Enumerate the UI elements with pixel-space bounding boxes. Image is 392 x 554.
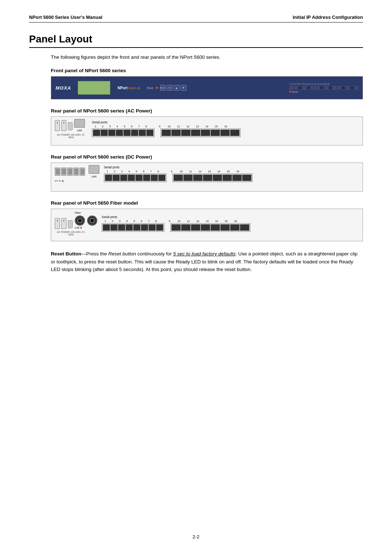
sp-port-12 [191, 130, 200, 136]
serial-nums-row-dc: 1 2 3 4 5 6 7 8 9 10 11 12 13 1 [104, 170, 253, 173]
reset-italic-underline: 5 sec to load factory defaults [173, 251, 236, 257]
fiber-port-2 [87, 216, 97, 226]
fiber-ports-section: Fiber Link [75, 211, 97, 229]
sp-group-1-8-ac [92, 128, 155, 137]
sp-port-6 [131, 130, 138, 136]
rear-dc-left: LAN V+ V- ⊕ [55, 165, 99, 182]
port-led-15 [350, 86, 354, 90]
sp-num-7: 7 [135, 125, 143, 128]
link-dot [80, 227, 82, 229]
page-number: 2-2 [193, 534, 200, 539]
power-fuse [68, 122, 73, 130]
port-led-11 [333, 86, 336, 90]
reset-continuously-text: continuously for [136, 251, 173, 257]
front-panel-device: MOXA NPort 5610-16 Reset Menu Ok ▲ ▼ [51, 77, 363, 99]
front-panel-label: Front panel of NPort 5600 series [51, 68, 363, 73]
reset-led [156, 87, 158, 89]
serial-port-numbers-fiber: Serial ports 1 2 3 4 5 6 7 8 9 10 11 [102, 215, 250, 232]
page-footer: 2-2 [0, 534, 392, 539]
link-label: Link [75, 226, 82, 229]
sp-num-2: 2 [99, 125, 106, 128]
rear-dc-label: Rear panel of NPort 5600 series (DC Powe… [51, 154, 363, 160]
serial-nums-row-ac: 1 2 3 4 5 6 7 8 9 10 11 12 13 1 [92, 125, 241, 128]
page-header: NPort 5600 Series User's Manual Initial … [29, 15, 363, 22]
nav-btn-up: ▲ [174, 85, 180, 91]
reset-button-paragraph: Reset Button—Press the Reset button cont… [51, 250, 363, 274]
rear-ac-label: Rear panel of NPort 5600 series (AC Powe… [51, 108, 363, 114]
lan-label-ac: LAN [77, 129, 82, 132]
sp-group-9-16-ac [160, 128, 241, 137]
fiber-pwr-btns: I I [55, 218, 73, 229]
rear-fiber-label: Rear panel of NPort 5650 Fiber model [51, 200, 363, 206]
port-led-6 [311, 86, 315, 90]
pwr-btns: I I LAN [55, 119, 85, 132]
sp-port-16 [230, 130, 240, 136]
sp-num-3: 3 [106, 125, 114, 128]
serial-ports-label-dc: Serial ports [104, 165, 253, 169]
sp-num-5: 5 [121, 125, 128, 128]
front-model-label: NPort 5610-16 [118, 86, 140, 90]
port-led-12 [337, 86, 341, 90]
fiber-pwr-fuse [68, 220, 73, 228]
front-panel-diagram: MOXA NPort 5610-16 Reset Menu Ok ▲ ▼ [51, 76, 363, 99]
nav-buttons: Menu Ok ▲ ▼ [160, 85, 187, 91]
intro-text: The following figures depict the front a… [51, 54, 363, 60]
sp-num-6: 6 [128, 125, 135, 128]
header-left: NPort 5600 Series User's Manual [29, 15, 102, 20]
serial-ports-fiber: Serial ports 1 2 3 4 5 6 7 8 9 10 11 [102, 215, 359, 232]
serial-ports-label-ac: Serial ports [92, 120, 241, 124]
port-led-4 [302, 86, 306, 90]
port-led-9 [324, 86, 328, 90]
port-led-1 [289, 86, 293, 90]
sp-num-1: 1 [92, 125, 99, 128]
power-label-ac: AC POWER 100-240V, 47-63Hz [55, 134, 87, 139]
dc-term-4 [73, 168, 79, 176]
sp-group-1-8-fiber [102, 223, 164, 232]
dc-term-2 [61, 168, 66, 176]
sp-port-1 [93, 130, 100, 136]
port-led-14 [346, 86, 350, 90]
sp-group-9-16-fiber [170, 223, 250, 232]
port-led-3 [298, 86, 302, 90]
front-port-leds [289, 86, 358, 90]
serial-ports-row-ac [92, 128, 241, 137]
nav-btn-menu: Menu [160, 85, 166, 91]
reset-label: Reset [147, 87, 153, 89]
port-led-13 [342, 86, 345, 90]
sp-port-13 [201, 130, 210, 136]
sp-group-1-8-dc [104, 173, 167, 182]
rear-ac-row: I I LAN AC POWER 100-240V, 47-63Hz Seria… [55, 119, 359, 139]
front-lcd-display [78, 81, 110, 95]
sp-num-11: 11 [174, 125, 183, 128]
port-led-16 [355, 86, 358, 90]
sp-port-11 [181, 130, 191, 136]
lan-section: LAN [74, 119, 85, 132]
rear-dc-diagram: LAN V+ V- ⊕ Serial ports 1 2 3 4 5 6 [51, 163, 363, 192]
dc-label: V+ V- ⊕ [55, 180, 64, 182]
nport-brand: NPort [118, 86, 127, 90]
port-led-5 [307, 86, 310, 90]
reset-press-text: Press the [86, 251, 109, 257]
serial-nums-row-fiber: 1 2 3 4 5 6 7 8 9 10 11 12 13 1 [102, 220, 250, 222]
dc-term-1 [55, 168, 60, 176]
port-led-7 [315, 86, 319, 90]
dc-term-3 [67, 168, 73, 176]
sp-num-8: 8 [143, 125, 150, 128]
port-led-8 [320, 86, 323, 90]
rear-dc-row: LAN V+ V- ⊕ Serial ports 1 2 3 4 5 6 [55, 165, 359, 182]
reset-button-section: Reset Button—Press the Reset button cont… [51, 250, 363, 274]
power-switch-1: I [55, 120, 60, 131]
sp-port-15 [220, 130, 230, 136]
lan-port-dc [89, 165, 99, 174]
rear-ac-left: I I LAN AC POWER 100-240V, 47-63Hz [55, 119, 87, 139]
serial-ports-ac: Serial ports 1 2 3 4 5 6 7 8 9 10 11 [92, 120, 359, 137]
reset-bold-intro: Reset Button [51, 251, 81, 257]
fiber-label: Fiber [75, 211, 81, 214]
sp-num-10: 10 [164, 125, 174, 128]
serial-ports-row-fiber [102, 223, 250, 232]
page: NPort 5600 Series User's Manual Initial … [0, 0, 392, 554]
serial-port-numbers-dc: Serial ports 1 2 3 4 5 6 7 8 9 10 11 [104, 165, 253, 182]
page-title: Panel Layout [29, 33, 363, 48]
sp-port-10 [171, 130, 181, 136]
header-right: Initial IP Address Configuration [293, 15, 363, 20]
